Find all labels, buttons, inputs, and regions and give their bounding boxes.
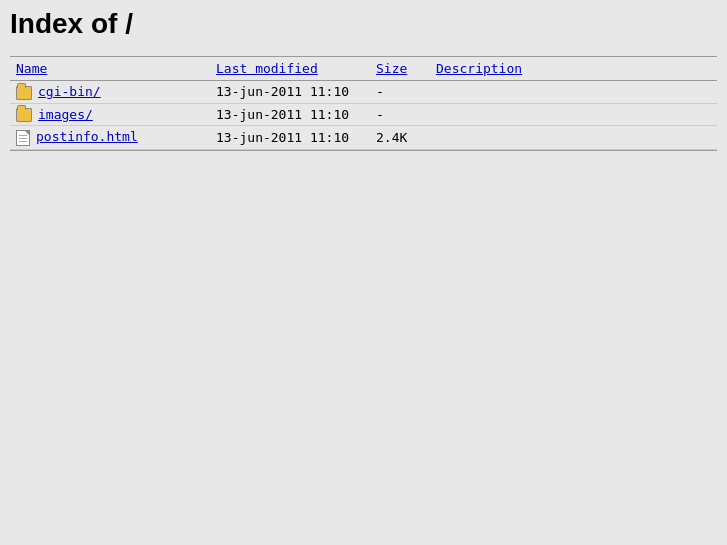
directory-table: Name Last modified Size Description cgi-… <box>10 56 717 150</box>
name-with-icon-cell: postinfo.html <box>10 126 210 150</box>
folder-icon <box>16 108 32 122</box>
name-with-icon-cell: images/ <box>10 103 210 126</box>
heading-prefix: Index of <box>10 8 117 39</box>
table-row: images/13-jun-2011 11:10- <box>10 103 717 126</box>
col-header-name: Name <box>10 57 210 81</box>
file-icon <box>16 130 30 146</box>
bottom-rule <box>10 150 717 151</box>
description-cell <box>430 81 717 104</box>
sort-size-link[interactable]: Size <box>376 61 407 76</box>
modified-cell: 13-jun-2011 11:10 <box>210 103 370 126</box>
sort-name-link[interactable]: Name <box>16 61 47 76</box>
modified-cell: 13-jun-2011 11:10 <box>210 81 370 104</box>
size-cell: - <box>370 81 430 104</box>
sort-desc-link[interactable]: Description <box>436 61 522 76</box>
col-header-description: Description <box>430 57 717 81</box>
heading-path: / <box>125 8 133 39</box>
size-cell: 2.4K <box>370 126 430 150</box>
col-header-modified: Last modified <box>210 57 370 81</box>
size-cell: - <box>370 103 430 126</box>
description-cell <box>430 126 717 150</box>
file-link[interactable]: cgi-bin/ <box>38 84 101 99</box>
table-row: postinfo.html13-jun-2011 11:102.4K <box>10 126 717 150</box>
file-link[interactable]: images/ <box>38 107 93 122</box>
modified-cell: 13-jun-2011 11:10 <box>210 126 370 150</box>
col-header-size: Size <box>370 57 430 81</box>
name-with-icon-cell: cgi-bin/ <box>10 81 210 104</box>
folder-icon <box>16 86 32 100</box>
file-link[interactable]: postinfo.html <box>36 129 138 144</box>
sort-modified-link[interactable]: Last modified <box>216 61 318 76</box>
table-header-row: Name Last modified Size Description <box>10 57 717 81</box>
table-row: cgi-bin/13-jun-2011 11:10- <box>10 81 717 104</box>
page-title: Index of / <box>10 8 717 40</box>
description-cell <box>430 103 717 126</box>
